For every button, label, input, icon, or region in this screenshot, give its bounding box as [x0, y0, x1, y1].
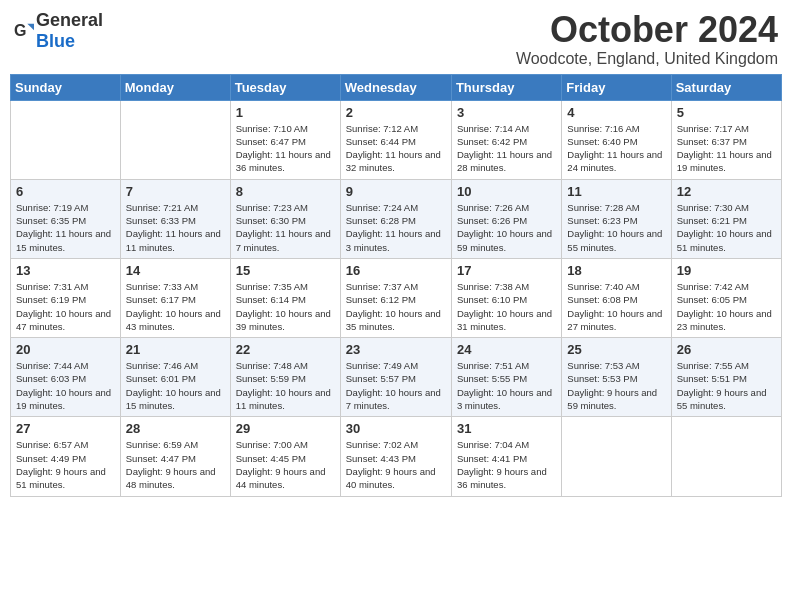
day-info: Sunrise: 7:00 AM Sunset: 4:45 PM Dayligh… [236, 438, 335, 491]
calendar-cell [562, 417, 671, 496]
weekday-header: Thursday [451, 74, 561, 100]
calendar-cell: 8Sunrise: 7:23 AM Sunset: 6:30 PM Daylig… [230, 179, 340, 258]
day-number: 7 [126, 184, 225, 199]
day-info: Sunrise: 7:14 AM Sunset: 6:42 PM Dayligh… [457, 122, 556, 175]
calendar-cell: 12Sunrise: 7:30 AM Sunset: 6:21 PM Dayli… [671, 179, 781, 258]
calendar-cell: 28Sunrise: 6:59 AM Sunset: 4:47 PM Dayli… [120, 417, 230, 496]
calendar-cell: 20Sunrise: 7:44 AM Sunset: 6:03 PM Dayli… [11, 338, 121, 417]
title-area: October 2024 Woodcote, England, United K… [516, 10, 778, 68]
day-number: 31 [457, 421, 556, 436]
day-number: 5 [677, 105, 776, 120]
calendar-cell: 16Sunrise: 7:37 AM Sunset: 6:12 PM Dayli… [340, 258, 451, 337]
day-number: 30 [346, 421, 446, 436]
day-info: Sunrise: 7:53 AM Sunset: 5:53 PM Dayligh… [567, 359, 665, 412]
day-info: Sunrise: 7:17 AM Sunset: 6:37 PM Dayligh… [677, 122, 776, 175]
day-info: Sunrise: 7:19 AM Sunset: 6:35 PM Dayligh… [16, 201, 115, 254]
calendar-cell: 27Sunrise: 6:57 AM Sunset: 4:49 PM Dayli… [11, 417, 121, 496]
calendar-cell: 9Sunrise: 7:24 AM Sunset: 6:28 PM Daylig… [340, 179, 451, 258]
calendar-cell: 11Sunrise: 7:28 AM Sunset: 6:23 PM Dayli… [562, 179, 671, 258]
calendar-week-row: 20Sunrise: 7:44 AM Sunset: 6:03 PM Dayli… [11, 338, 782, 417]
day-number: 12 [677, 184, 776, 199]
day-info: Sunrise: 7:02 AM Sunset: 4:43 PM Dayligh… [346, 438, 446, 491]
day-info: Sunrise: 7:37 AM Sunset: 6:12 PM Dayligh… [346, 280, 446, 333]
day-info: Sunrise: 7:21 AM Sunset: 6:33 PM Dayligh… [126, 201, 225, 254]
day-number: 28 [126, 421, 225, 436]
day-info: Sunrise: 6:59 AM Sunset: 4:47 PM Dayligh… [126, 438, 225, 491]
calendar-cell: 18Sunrise: 7:40 AM Sunset: 6:08 PM Dayli… [562, 258, 671, 337]
day-number: 27 [16, 421, 115, 436]
day-info: Sunrise: 7:40 AM Sunset: 6:08 PM Dayligh… [567, 280, 665, 333]
logo-icon: G [14, 21, 34, 41]
logo-general: General [36, 10, 103, 31]
day-info: Sunrise: 7:33 AM Sunset: 6:17 PM Dayligh… [126, 280, 225, 333]
day-number: 26 [677, 342, 776, 357]
calendar-cell: 5Sunrise: 7:17 AM Sunset: 6:37 PM Daylig… [671, 100, 781, 179]
day-info: Sunrise: 7:24 AM Sunset: 6:28 PM Dayligh… [346, 201, 446, 254]
weekday-header: Friday [562, 74, 671, 100]
calendar-cell [120, 100, 230, 179]
location-title: Woodcote, England, United Kingdom [516, 50, 778, 68]
day-number: 21 [126, 342, 225, 357]
day-info: Sunrise: 7:42 AM Sunset: 6:05 PM Dayligh… [677, 280, 776, 333]
calendar-cell: 10Sunrise: 7:26 AM Sunset: 6:26 PM Dayli… [451, 179, 561, 258]
day-number: 17 [457, 263, 556, 278]
header: G General Blue October 2024 Woodcote, En… [10, 10, 782, 68]
calendar-week-row: 6Sunrise: 7:19 AM Sunset: 6:35 PM Daylig… [11, 179, 782, 258]
day-number: 29 [236, 421, 335, 436]
calendar-cell: 30Sunrise: 7:02 AM Sunset: 4:43 PM Dayli… [340, 417, 451, 496]
day-number: 15 [236, 263, 335, 278]
month-title: October 2024 [516, 10, 778, 50]
calendar-week-row: 13Sunrise: 7:31 AM Sunset: 6:19 PM Dayli… [11, 258, 782, 337]
calendar-cell [671, 417, 781, 496]
day-number: 19 [677, 263, 776, 278]
weekday-header: Saturday [671, 74, 781, 100]
calendar-cell: 31Sunrise: 7:04 AM Sunset: 4:41 PM Dayli… [451, 417, 561, 496]
day-number: 9 [346, 184, 446, 199]
day-number: 14 [126, 263, 225, 278]
day-number: 2 [346, 105, 446, 120]
day-number: 13 [16, 263, 115, 278]
day-info: Sunrise: 7:28 AM Sunset: 6:23 PM Dayligh… [567, 201, 665, 254]
calendar-cell: 25Sunrise: 7:53 AM Sunset: 5:53 PM Dayli… [562, 338, 671, 417]
svg-text:G: G [14, 22, 26, 39]
calendar-cell: 7Sunrise: 7:21 AM Sunset: 6:33 PM Daylig… [120, 179, 230, 258]
calendar-cell: 15Sunrise: 7:35 AM Sunset: 6:14 PM Dayli… [230, 258, 340, 337]
calendar-cell: 1Sunrise: 7:10 AM Sunset: 6:47 PM Daylig… [230, 100, 340, 179]
day-number: 3 [457, 105, 556, 120]
day-info: Sunrise: 7:31 AM Sunset: 6:19 PM Dayligh… [16, 280, 115, 333]
weekday-header: Wednesday [340, 74, 451, 100]
day-number: 8 [236, 184, 335, 199]
day-info: Sunrise: 7:23 AM Sunset: 6:30 PM Dayligh… [236, 201, 335, 254]
calendar-cell [11, 100, 121, 179]
day-number: 20 [16, 342, 115, 357]
day-number: 22 [236, 342, 335, 357]
calendar-week-row: 1Sunrise: 7:10 AM Sunset: 6:47 PM Daylig… [11, 100, 782, 179]
day-number: 23 [346, 342, 446, 357]
day-info: Sunrise: 6:57 AM Sunset: 4:49 PM Dayligh… [16, 438, 115, 491]
calendar-cell: 22Sunrise: 7:48 AM Sunset: 5:59 PM Dayli… [230, 338, 340, 417]
weekday-header: Monday [120, 74, 230, 100]
calendar-header-row: SundayMondayTuesdayWednesdayThursdayFrid… [11, 74, 782, 100]
day-info: Sunrise: 7:46 AM Sunset: 6:01 PM Dayligh… [126, 359, 225, 412]
day-number: 18 [567, 263, 665, 278]
day-number: 1 [236, 105, 335, 120]
day-info: Sunrise: 7:12 AM Sunset: 6:44 PM Dayligh… [346, 122, 446, 175]
calendar-cell: 4Sunrise: 7:16 AM Sunset: 6:40 PM Daylig… [562, 100, 671, 179]
day-info: Sunrise: 7:35 AM Sunset: 6:14 PM Dayligh… [236, 280, 335, 333]
calendar-cell: 23Sunrise: 7:49 AM Sunset: 5:57 PM Dayli… [340, 338, 451, 417]
logo: G General Blue [14, 10, 103, 52]
day-info: Sunrise: 7:51 AM Sunset: 5:55 PM Dayligh… [457, 359, 556, 412]
day-number: 6 [16, 184, 115, 199]
calendar-cell: 21Sunrise: 7:46 AM Sunset: 6:01 PM Dayli… [120, 338, 230, 417]
day-number: 11 [567, 184, 665, 199]
day-info: Sunrise: 7:38 AM Sunset: 6:10 PM Dayligh… [457, 280, 556, 333]
day-info: Sunrise: 7:55 AM Sunset: 5:51 PM Dayligh… [677, 359, 776, 412]
calendar-cell: 29Sunrise: 7:00 AM Sunset: 4:45 PM Dayli… [230, 417, 340, 496]
calendar-cell: 2Sunrise: 7:12 AM Sunset: 6:44 PM Daylig… [340, 100, 451, 179]
day-info: Sunrise: 7:10 AM Sunset: 6:47 PM Dayligh… [236, 122, 335, 175]
day-number: 24 [457, 342, 556, 357]
day-info: Sunrise: 7:16 AM Sunset: 6:40 PM Dayligh… [567, 122, 665, 175]
weekday-header: Sunday [11, 74, 121, 100]
weekday-header: Tuesday [230, 74, 340, 100]
calendar-cell: 13Sunrise: 7:31 AM Sunset: 6:19 PM Dayli… [11, 258, 121, 337]
